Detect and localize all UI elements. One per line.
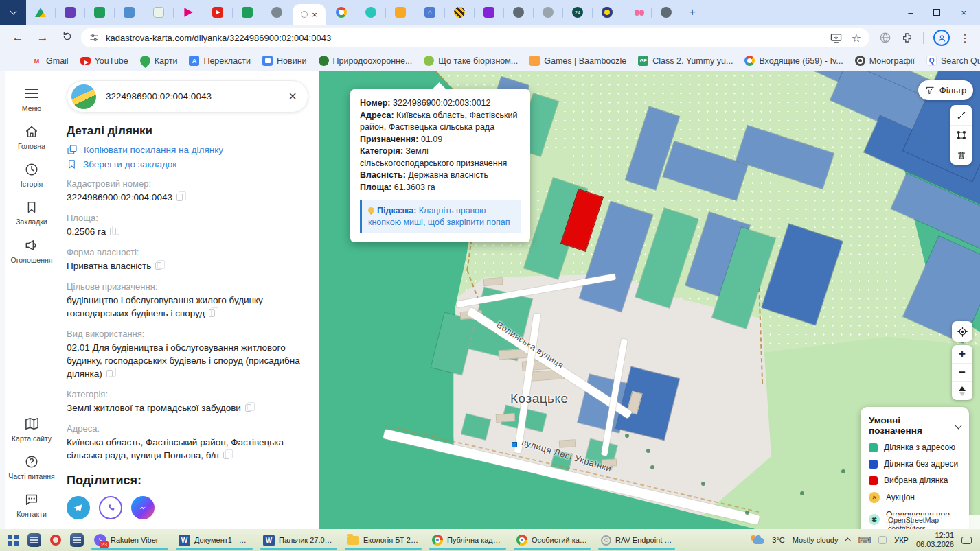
back-button[interactable]: ←	[5, 31, 30, 45]
sidebar-item-announcements[interactable]: Оголошення	[10, 237, 52, 264]
browser-tab[interactable]	[356, 5, 385, 20]
taskbar-app-icon[interactable]	[25, 530, 43, 550]
tab-search-button[interactable]	[0, 0, 26, 25]
taskbar-button-rav[interactable]: RAV Endpoint Prote...	[596, 530, 677, 550]
bookmark-star-icon[interactable]: ☆	[852, 32, 861, 45]
copy-value-icon[interactable]	[110, 228, 116, 235]
copy-value-icon[interactable]	[155, 262, 161, 270]
profile-avatar[interactable]	[933, 30, 950, 46]
bookmark-item[interactable]: Природоохоронне...	[319, 56, 413, 66]
clock[interactable]: 12:31 06.03.2026	[916, 531, 954, 549]
browser-tab[interactable]	[203, 5, 232, 20]
measure-tool-button[interactable]	[950, 105, 972, 125]
taskbar-app-icon[interactable]	[68, 530, 86, 550]
bookmark-item[interactable]: Монографії	[855, 56, 915, 66]
globe-icon[interactable]	[879, 32, 891, 44]
taskbar-button-word2[interactable]: W Пальчик 27.02doc...	[258, 530, 339, 550]
map-attribution[interactable]: OpenStreetMap contributors	[884, 515, 980, 529]
taskbar-button-chrome-cabinet[interactable]: Особистий кабіне...	[512, 530, 593, 550]
browser-tab[interactable]	[622, 5, 651, 20]
window-close-button[interactable]: ×	[961, 8, 966, 18]
taskbar-button-chrome-cadastre[interactable]: Публічна кадастр...	[427, 530, 508, 550]
taskbar-button-folder[interactable]: Екологія БТ 2020	[343, 530, 424, 550]
bookmark-gmail[interactable]: MGmail	[32, 56, 69, 66]
taskbar-button-viber[interactable]: 23 Rakuten Viber	[89, 530, 170, 550]
clear-tool-button[interactable]	[950, 145, 972, 165]
reload-button[interactable]	[55, 31, 80, 45]
install-icon[interactable]	[830, 33, 842, 43]
forward-button[interactable]: →	[30, 31, 55, 45]
tray-expand-icon[interactable]	[845, 538, 852, 545]
window-minimize-button[interactable]: –	[908, 8, 913, 18]
close-tab-icon[interactable]: ×	[312, 10, 317, 20]
zoom-out-button[interactable]: −	[952, 363, 972, 381]
filter-button[interactable]: Фільтр	[918, 80, 973, 100]
browser-tab[interactable]	[386, 5, 415, 20]
copy-value-icon[interactable]	[209, 309, 215, 317]
legend-header[interactable]: Умовні позначення	[869, 415, 961, 436]
messenger-share-button[interactable]	[131, 496, 155, 519]
bookmark-quizlet[interactable]: QSearch Quizlet › agr...	[926, 56, 980, 66]
tilt-button[interactable]	[952, 381, 972, 400]
save-bookmark-button[interactable]: Зберегти до закладок	[67, 159, 308, 169]
bookmark-youtube[interactable]: YouTube	[80, 56, 128, 66]
browser-tab[interactable]	[445, 5, 474, 20]
sidebar-item-bookmarks[interactable]: Закладки	[16, 200, 47, 226]
browser-tab[interactable]	[233, 5, 262, 20]
sidebar-item-sitemap[interactable]: Карта сайту	[12, 416, 52, 443]
telegram-share-button[interactable]	[67, 496, 90, 519]
tray-icon[interactable]	[878, 536, 887, 544]
clear-search-icon[interactable]: ×	[288, 89, 297, 104]
active-tab[interactable]: ×	[293, 4, 326, 25]
zoom-in-button[interactable]: +	[952, 345, 972, 363]
locate-button[interactable]	[952, 321, 972, 342]
browser-tab[interactable]	[115, 5, 144, 20]
window-maximize-button[interactable]	[933, 9, 940, 16]
browser-tab[interactable]	[652, 5, 681, 20]
browser-tab[interactable]	[504, 5, 533, 20]
copy-value-icon[interactable]	[106, 370, 113, 377]
browser-tab[interactable]	[56, 5, 84, 20]
bookmark-item[interactable]: GFClass 2. Yummy yu...	[638, 56, 733, 66]
sidebar-item-menu[interactable]: Меню	[22, 85, 41, 113]
taskbar-opera-icon[interactable]	[47, 530, 65, 550]
bookmark-inbox[interactable]: Входящие (659) - Iv...	[744, 56, 843, 66]
browser-tab[interactable]	[26, 5, 55, 20]
url-bar[interactable]: kadastrova-karta.com/dilyanka/3224986900…	[81, 28, 869, 47]
browser-tab[interactable]: 24	[563, 5, 592, 20]
weather-icon[interactable]	[751, 535, 764, 545]
map-marker[interactable]	[512, 442, 517, 447]
viber-share-button[interactable]	[99, 496, 122, 519]
weather-text[interactable]: Mostly cloudy	[793, 536, 839, 544]
new-tab-button[interactable]: +	[689, 5, 696, 19]
browser-tab[interactable]	[174, 5, 203, 20]
bookmark-news[interactable]: Новини	[262, 56, 307, 66]
map-canvas[interactable]: Волинська вулиця вулиця Лесі Українки Ко…	[319, 71, 980, 529]
browser-tab[interactable]	[475, 5, 503, 20]
bookmark-item[interactable]: Що таке біорізном...	[424, 56, 518, 66]
search-input[interactable]	[106, 91, 288, 102]
taskbar-button-word[interactable]: W Документ1 - Word	[174, 530, 255, 550]
copy-value-icon[interactable]	[176, 194, 183, 201]
browser-tab[interactable]	[327, 5, 356, 20]
url-text[interactable]: kadastrova-karta.com/dilyanka/3224986900…	[106, 33, 331, 43]
copy-value-icon[interactable]	[245, 404, 251, 412]
sidebar-item-history[interactable]: Історія	[21, 162, 43, 188]
sidebar-item-contacts[interactable]: Контакти	[16, 492, 47, 518]
browser-tab[interactable]	[144, 5, 173, 20]
extensions-icon[interactable]	[901, 32, 913, 44]
browser-tab[interactable]	[262, 5, 291, 20]
browser-tab[interactable]	[534, 5, 562, 20]
language-indicator[interactable]: УКР	[894, 536, 909, 544]
bookmark-maps[interactable]: Карти	[140, 56, 178, 66]
area-select-tool-button[interactable]	[950, 125, 972, 145]
copy-value-icon[interactable]	[223, 452, 229, 459]
browser-tab[interactable]	[85, 5, 114, 20]
touch-keyboard-icon[interactable]: ⌨	[858, 535, 871, 546]
notification-center-icon[interactable]	[961, 537, 972, 544]
bookmark-translate[interactable]: AПерекласти	[189, 56, 251, 66]
sidebar-item-faq[interactable]: Часті питання	[8, 454, 55, 480]
start-button[interactable]	[4, 530, 22, 550]
sidebar-item-home[interactable]: Головна	[18, 124, 45, 150]
bookmark-games[interactable]: Games | Baamboozle	[529, 56, 626, 66]
